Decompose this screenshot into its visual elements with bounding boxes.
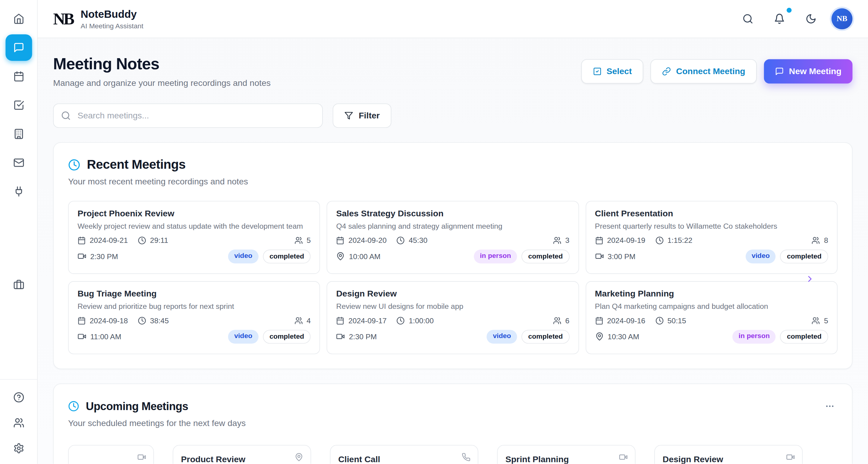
meeting-bottom-row: 3:00 PM videocompleted bbox=[595, 249, 828, 263]
meeting-title: Bug Triage Meeting bbox=[78, 289, 311, 299]
meeting-duration: 29:11 bbox=[138, 236, 168, 245]
briefcase-icon bbox=[13, 279, 24, 290]
search-button[interactable] bbox=[737, 8, 759, 30]
sidebar-item-meetings[interactable] bbox=[5, 34, 32, 61]
map-pin-icon bbox=[336, 252, 345, 261]
search-input[interactable] bbox=[76, 110, 315, 121]
sidebar-item-workspace[interactable] bbox=[5, 271, 32, 298]
upcoming-meeting-title: Design Review bbox=[663, 454, 723, 464]
clock-icon bbox=[68, 158, 80, 171]
brand: NB NoteBuddy AI Meeting Assistant bbox=[53, 8, 143, 30]
page-title: Meeting Notes bbox=[53, 55, 271, 73]
status-badge: completed bbox=[780, 330, 828, 344]
upcoming-meeting-card[interactable]: Design Review bbox=[654, 445, 803, 464]
sidebar-item-help[interactable] bbox=[5, 386, 32, 408]
meeting-card[interactable]: Client Presentation Present quarterly re… bbox=[586, 201, 838, 274]
upcoming-meeting-card[interactable] bbox=[68, 445, 154, 464]
chevron-right-icon bbox=[805, 274, 815, 284]
sidebar-item-team[interactable] bbox=[5, 412, 32, 434]
chat-icon bbox=[13, 42, 24, 53]
meeting-card[interactable]: Project Phoenix Review Weekly project re… bbox=[68, 201, 320, 274]
upcoming-meeting-title: Client Call bbox=[338, 454, 380, 464]
meeting-description: Q4 sales planning and strategy alignment… bbox=[336, 221, 569, 231]
upcoming-cards-row: Product Review Client Call Sprint Planni… bbox=[68, 445, 838, 464]
user-avatar[interactable]: NB bbox=[832, 8, 852, 30]
sidebar-item-organization[interactable] bbox=[5, 121, 32, 147]
calendar-icon bbox=[78, 236, 86, 245]
meeting-card[interactable]: Marketing Planning Plan Q4 marketing cam… bbox=[586, 281, 838, 354]
upcoming-meeting-card[interactable]: Sprint Planning bbox=[497, 445, 635, 464]
search-row: Filter bbox=[53, 103, 852, 128]
type-badge: video bbox=[487, 330, 517, 344]
sidebar-item-integrations[interactable] bbox=[5, 178, 32, 205]
users-icon bbox=[294, 317, 303, 325]
recent-meetings-title: Recent Meetings bbox=[87, 157, 185, 172]
status-badge: completed bbox=[263, 249, 311, 263]
upcoming-meeting-card[interactable]: Product Review bbox=[173, 445, 311, 464]
recent-meetings-subtitle: Your most recent meeting recordings and … bbox=[68, 177, 838, 186]
meeting-description: Review new UI designs for mobile app bbox=[336, 302, 569, 312]
meeting-bottom-row: 2:30 PM videocompleted bbox=[78, 249, 311, 263]
help-circle-icon bbox=[13, 392, 24, 403]
new-meeting-label: New Meeting bbox=[789, 66, 841, 76]
new-meeting-button[interactable]: New Meeting bbox=[764, 59, 852, 84]
meeting-meta-row: 2024-09-21 29:11 5 bbox=[78, 236, 311, 245]
select-label: Select bbox=[607, 66, 632, 76]
building-icon bbox=[13, 128, 24, 140]
meeting-time: 2:30 PM bbox=[78, 252, 118, 261]
header-actions: Select Connect Meeting New Meeting bbox=[581, 59, 852, 84]
upcoming-meeting-card[interactable]: Client Call bbox=[330, 445, 478, 464]
meeting-card[interactable]: Sales Strategy Discussion Q4 sales plann… bbox=[327, 201, 579, 274]
carousel-next-button[interactable] bbox=[802, 271, 817, 286]
more-options-button[interactable] bbox=[822, 398, 838, 414]
connect-meeting-button[interactable]: Connect Meeting bbox=[651, 59, 757, 84]
sidebar-item-calendar[interactable] bbox=[5, 63, 32, 90]
sidebar-item-mail[interactable] bbox=[5, 150, 32, 176]
clock-icon bbox=[655, 317, 664, 325]
search-box bbox=[53, 103, 322, 128]
filter-button[interactable]: Filter bbox=[333, 103, 392, 128]
meeting-description: Weekly project review and status update … bbox=[78, 221, 311, 231]
map-pin-icon bbox=[595, 332, 604, 341]
main-column: NB NoteBuddy AI Meeting Assistant NB Mee… bbox=[38, 0, 868, 464]
meeting-participants: 5 bbox=[294, 236, 311, 245]
meeting-time: 10:30 AM bbox=[595, 332, 639, 341]
clock-icon bbox=[138, 236, 146, 245]
meeting-participants: 6 bbox=[553, 317, 569, 325]
recent-meetings-panel: Recent Meetings Your most recent meeting… bbox=[53, 142, 852, 369]
calendar-icon bbox=[336, 317, 344, 325]
meeting-title: Sales Strategy Discussion bbox=[336, 209, 569, 218]
notifications-button[interactable] bbox=[768, 8, 790, 30]
search-icon bbox=[61, 111, 71, 121]
meeting-meta-row: 2024-09-20 45:30 3 bbox=[336, 236, 569, 245]
sidebar-item-tasks[interactable] bbox=[5, 92, 32, 118]
meeting-card[interactable]: Bug Triage Meeting Review and prioritize… bbox=[68, 281, 320, 354]
users-icon bbox=[294, 236, 303, 245]
users-icon bbox=[13, 417, 24, 428]
users-icon bbox=[553, 317, 561, 325]
meeting-title: Project Phoenix Review bbox=[78, 209, 311, 218]
meeting-card[interactable]: Design Review Review new UI designs for … bbox=[327, 281, 579, 354]
video-icon bbox=[137, 453, 146, 461]
meeting-participants: 4 bbox=[294, 317, 311, 325]
meeting-description: Review and prioritize bug reports for ne… bbox=[78, 302, 311, 312]
gear-icon bbox=[13, 443, 24, 454]
theme-toggle-button[interactable] bbox=[800, 8, 822, 30]
meeting-meta-row: 2024-09-17 1:00:00 6 bbox=[336, 317, 569, 325]
clock-icon bbox=[655, 236, 664, 245]
clock-icon bbox=[397, 236, 405, 245]
sidebar-footer bbox=[0, 379, 37, 464]
sidebar-item-home[interactable] bbox=[5, 5, 32, 32]
meetings-grid: Project Phoenix Review Weekly project re… bbox=[68, 201, 838, 354]
link-icon bbox=[662, 67, 671, 75]
sidebar-item-settings[interactable] bbox=[5, 437, 32, 459]
select-button[interactable]: Select bbox=[581, 59, 644, 84]
upcoming-meetings-panel: Upcoming Meetings Your scheduled meeting… bbox=[53, 383, 852, 464]
filter-icon bbox=[344, 111, 353, 120]
brand-subtitle: AI Meeting Assistant bbox=[81, 22, 144, 30]
video-icon bbox=[78, 252, 86, 261]
status-badge: completed bbox=[521, 249, 569, 263]
clock-icon bbox=[138, 317, 146, 325]
brand-logo: NB bbox=[53, 10, 73, 27]
meeting-meta-row: 2024-09-19 1:15:22 8 bbox=[595, 236, 828, 245]
